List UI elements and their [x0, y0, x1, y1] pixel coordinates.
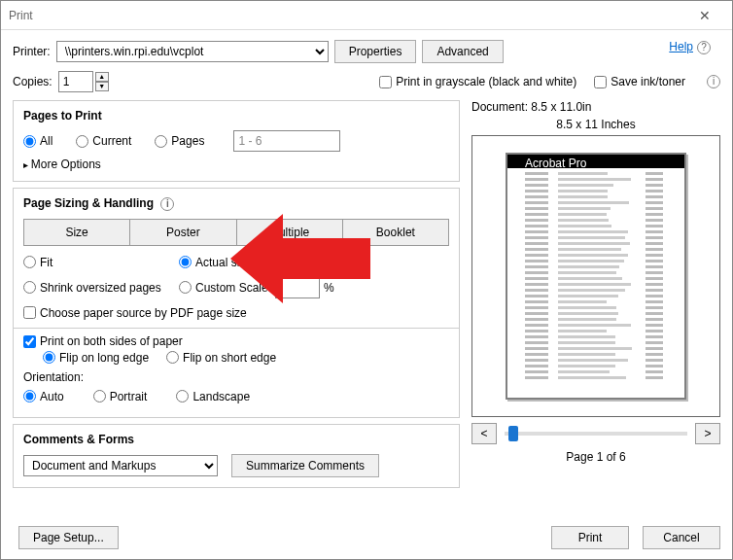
pages-range-input[interactable]	[233, 130, 340, 152]
print-button[interactable]: Print	[551, 526, 629, 549]
printer-label: Printer:	[13, 45, 51, 58]
comments-title: Comments & Forms	[23, 433, 449, 446]
copies-spinner[interactable]: ▲▼	[95, 72, 109, 91]
page-counter: Page 1 of 6	[471, 450, 720, 464]
grayscale-checkbox[interactable]: Print in grayscale (black and white)	[379, 75, 576, 88]
printer-select[interactable]: \\printers.win.rpi.edu\vcplot	[56, 41, 329, 62]
preview-page: Acrobat Pro	[506, 153, 686, 400]
close-icon[interactable]: ✕	[685, 8, 724, 23]
actual-size-radio[interactable]: Actual size	[179, 256, 449, 269]
flip-short-radio[interactable]: Flip on short edge	[166, 351, 276, 365]
cancel-button[interactable]: Cancel	[643, 526, 720, 549]
orient-auto-radio[interactable]: Auto	[23, 390, 64, 403]
info-icon: i	[707, 75, 720, 88]
flip-long-radio[interactable]: Flip on long edge	[43, 351, 149, 365]
choose-paper-checkbox[interactable]: Choose paper source by PDF page size	[23, 306, 247, 320]
help-icon: ?	[697, 41, 711, 54]
prev-page-button[interactable]: <	[471, 423, 497, 444]
pages-pages-radio[interactable]: Pages	[155, 134, 204, 148]
pages-title: Pages to Print	[23, 109, 449, 122]
booklet-tab[interactable]: Booklet	[343, 219, 449, 246]
spin-down-icon: ▼	[95, 82, 109, 91]
size-tab[interactable]: Size	[23, 219, 130, 246]
summarize-comments-button[interactable]: Summarize Comments	[231, 454, 379, 477]
spin-up-icon: ▲	[95, 72, 109, 82]
orient-portrait-radio[interactable]: Portrait	[93, 390, 148, 403]
info-icon: i	[160, 197, 174, 211]
more-options-toggle[interactable]: More Options	[23, 158, 449, 171]
page-setup-button[interactable]: Page Setup...	[18, 526, 119, 549]
next-page-button[interactable]: >	[695, 423, 720, 444]
save-ink-checkbox[interactable]: Save ink/toner	[594, 75, 685, 88]
help-link[interactable]: Help?	[669, 40, 711, 54]
shrink-radio[interactable]: Shrink oversized pages	[23, 277, 179, 298]
custom-scale-radio[interactable]: Custom Scale:	[179, 281, 271, 295]
page-slider[interactable]	[505, 432, 687, 436]
poster-tab[interactable]: Poster	[130, 219, 236, 246]
fit-radio[interactable]: Fit	[23, 256, 179, 269]
print-preview: Acrobat Pro	[471, 135, 720, 417]
comments-select[interactable]: Document and Markups	[23, 455, 218, 476]
sizing-group: Page Sizing & Handling i Size Poster Mul…	[13, 188, 460, 418]
orient-landscape-radio[interactable]: Landscape	[176, 390, 250, 403]
pages-all-radio[interactable]: All	[23, 134, 52, 148]
comments-group: Comments & Forms Document and Markups Su…	[13, 424, 460, 488]
scale-input[interactable]	[275, 277, 320, 298]
copies-input[interactable]	[58, 71, 93, 92]
advanced-button[interactable]: Advanced	[422, 40, 503, 63]
pages-to-print-group: Pages to Print All Current Pages More Op…	[13, 100, 460, 182]
copies-label: Copies:	[13, 75, 52, 88]
document-size-text: Document: 8.5 x 11.0in	[471, 100, 720, 114]
paper-size-text: 8.5 x 11 Inches	[471, 118, 720, 131]
window-title: Print	[9, 9, 33, 22]
slider-thumb[interactable]	[508, 426, 518, 441]
orientation-label: Orientation:	[23, 370, 449, 384]
titlebar: Print ✕	[1, 1, 732, 30]
properties-button[interactable]: Properties	[334, 40, 417, 63]
sizing-title: Page Sizing & Handling i	[23, 196, 449, 211]
both-sides-checkbox[interactable]: Print on both sides of paper	[23, 334, 183, 348]
pages-current-radio[interactable]: Current	[76, 134, 131, 148]
multiple-tab[interactable]: Multiple	[237, 219, 343, 246]
